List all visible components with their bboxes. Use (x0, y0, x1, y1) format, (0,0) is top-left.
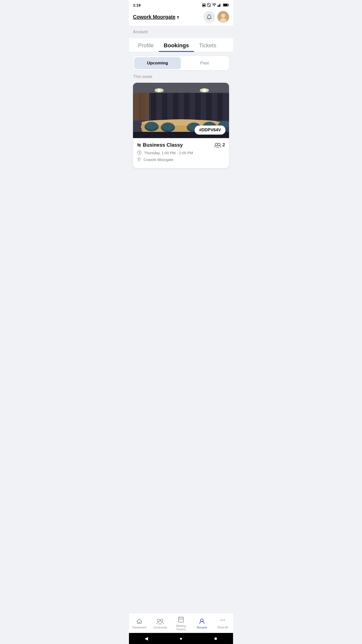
tabs-row: Profile Bookings Tickets (129, 38, 233, 52)
location-title[interactable]: Cowork Moorgate ▾ (133, 14, 179, 20)
svg-rect-5 (218, 5, 219, 7)
tab-tickets[interactable]: Tickets (194, 38, 221, 52)
svg-rect-45 (139, 93, 140, 120)
svg-rect-36 (195, 93, 200, 120)
svg-rect-30 (162, 93, 167, 120)
upcoming-button[interactable]: Upcoming (134, 57, 181, 69)
wifi-icon (212, 3, 216, 7)
svg-rect-42 (229, 93, 229, 120)
svg-point-12 (221, 14, 225, 18)
svg-rect-35 (190, 93, 195, 120)
tab-bookings[interactable]: Bookings (159, 38, 194, 52)
svg-rect-10 (228, 5, 229, 6)
week-label: This week (133, 74, 229, 79)
tab-profile[interactable]: Profile (133, 38, 159, 52)
status-icons (202, 3, 229, 7)
top-bar: Cowork Moorgate ▾ (129, 9, 233, 26)
location-icon (137, 157, 141, 162)
booking-location: Cowork Moorgate (144, 157, 173, 162)
clock-icon (137, 150, 142, 155)
booking-badge: #DDPV64V (195, 126, 225, 135)
dnd-icon (207, 3, 211, 7)
sim-icon (202, 3, 206, 7)
svg-rect-37 (201, 93, 206, 120)
svg-rect-1 (203, 5, 205, 6)
card-time-detail: Thursday, 1:00 PM - 2:00 PM (137, 150, 225, 155)
svg-point-53 (162, 123, 174, 130)
card-title: ⇆ Business Classy (137, 142, 183, 148)
svg-rect-31 (168, 93, 173, 120)
battery-icon (223, 3, 229, 7)
location-name: Cowork Moorgate (133, 14, 175, 20)
svg-point-19 (158, 89, 161, 92)
svg-rect-9 (223, 4, 228, 6)
svg-rect-6 (219, 4, 220, 7)
svg-point-64 (139, 158, 140, 159)
card-location-detail: Cowork Moorgate (137, 157, 225, 162)
status-time: 1:19 (133, 3, 141, 7)
svg-rect-38 (206, 93, 211, 120)
status-bar: 1:19 (129, 0, 233, 9)
svg-rect-39 (212, 93, 217, 120)
svg-rect-32 (173, 93, 178, 120)
svg-rect-40 (217, 93, 222, 120)
chevron-down-icon: ▾ (177, 15, 179, 19)
svg-point-20 (203, 89, 206, 92)
svg-rect-43 (133, 93, 149, 120)
card-title-text: Business Classy (143, 142, 183, 148)
svg-rect-34 (184, 93, 189, 120)
upcoming-past-toggle: Upcoming Past (133, 56, 229, 70)
svg-rect-41 (223, 93, 228, 120)
past-button[interactable]: Past (181, 57, 228, 69)
guests-icon (214, 143, 221, 147)
svg-rect-29 (157, 93, 162, 120)
svg-line-3 (207, 4, 210, 7)
svg-rect-33 (179, 93, 184, 120)
top-bar-actions (203, 11, 229, 23)
booking-card-image: #DDPV64V (133, 83, 229, 138)
svg-rect-16 (133, 83, 229, 93)
booking-time: Thursday, 1:00 PM - 2:00 PM (144, 151, 193, 155)
card-guests: 2 (214, 142, 225, 148)
notifications-button[interactable] (203, 11, 215, 23)
card-title-row: ⇆ Business Classy 2 (137, 142, 225, 148)
signal-icon (217, 3, 222, 7)
section-label: Account (133, 30, 229, 34)
avatar[interactable] (217, 11, 229, 23)
svg-rect-7 (220, 3, 221, 7)
svg-rect-28 (151, 93, 156, 120)
user-avatar (217, 11, 229, 23)
repeat-icon: ⇆ (137, 142, 141, 148)
bell-icon (206, 14, 212, 20)
svg-rect-4 (217, 6, 218, 7)
main-content: Account Profile Bookings Tickets Upcomin… (129, 26, 233, 203)
guests-count: 2 (222, 142, 225, 148)
booking-card-body: ⇆ Business Classy 2 (133, 138, 229, 168)
booking-card[interactable]: #DDPV64V ⇆ Business Classy (133, 83, 229, 168)
svg-point-51 (145, 122, 158, 129)
